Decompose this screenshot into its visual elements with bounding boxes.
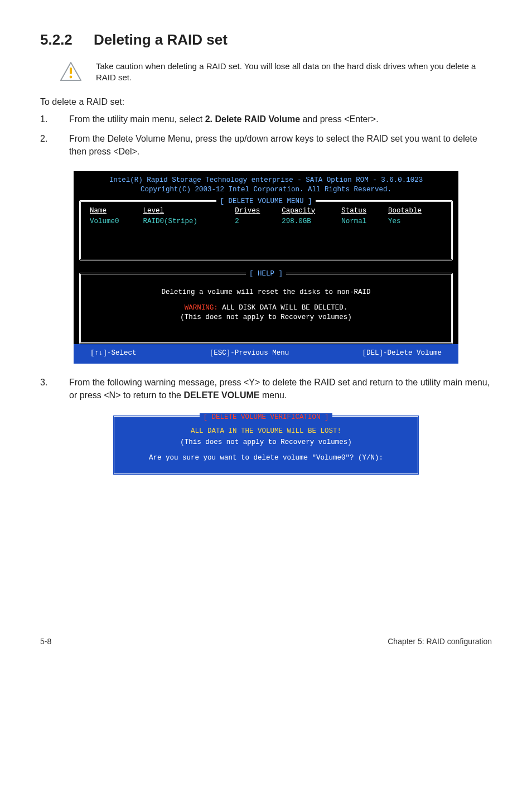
- bios-footer: [↑↓]-Select [ESC]-Previous Menu [DEL]-De…: [74, 344, 458, 364]
- bios-title-line1: Intel(R) Rapid Storage Technology enterp…: [80, 176, 452, 185]
- dialog-line2: (This does not apply to Recovery volumes…: [125, 437, 407, 448]
- bios-screenshot: Intel(R) Rapid Storage Technology enterp…: [74, 171, 458, 364]
- help-line2: WARNING: ALL DISK DATA WILL BE DELETED.: [91, 303, 441, 313]
- col-level: Level: [141, 206, 231, 216]
- step-1-pre: From the utility main menu, select: [69, 114, 205, 124]
- warning-icon: [60, 62, 81, 83]
- bios-header: Intel(R) Rapid Storage Technology enterp…: [74, 171, 458, 200]
- step-3-bold: DELETE VOLUME: [183, 390, 259, 400]
- section-number: 5.2.2: [40, 31, 94, 49]
- help-warning-rest: ALL DISK DATA WILL BE DELETED.: [222, 304, 347, 312]
- dialog-line3: Are you sure you want to delete volume "…: [125, 452, 407, 463]
- steps-list-continued: From the following warning message, pres…: [40, 376, 492, 402]
- bios-frame2-title: [ HELP ]: [246, 270, 286, 278]
- footer-delete: [DEL]-Delete Volume: [362, 349, 442, 358]
- row-bootable: Yes: [386, 217, 444, 226]
- section-title: Deleting a RAID set: [94, 31, 228, 48]
- row-name: Volume0: [88, 217, 139, 226]
- intro-text: To delete a RAID set:: [40, 97, 492, 107]
- row-status: Normal: [339, 217, 385, 226]
- svg-point-2: [70, 76, 72, 79]
- svg-rect-1: [70, 67, 72, 74]
- help-warning-prefix: WARNING:: [185, 304, 223, 312]
- bios-help-frame: [ HELP ] Deleting a volume will reset th…: [79, 273, 453, 345]
- bios-delete-volume-frame: [ DELETE VOLUME MENU ] Name Level Drives…: [79, 200, 453, 260]
- bios-title-line2: Copyright(C) 2003-12 Intel Corporation. …: [80, 185, 452, 195]
- step-1-post: and press <Enter>.: [300, 114, 379, 124]
- bios-frame1-title: [ DELETE VOLUME MENU ]: [216, 197, 315, 205]
- footer-select: [↑↓]-Select: [90, 349, 137, 358]
- col-drives: Drives: [233, 206, 278, 216]
- warning-text: Take caution when deleting a RAID set. Y…: [96, 61, 492, 84]
- step-1: From the utility main menu, select 2. De…: [40, 113, 492, 125]
- footer-previous: [ESC]-Previous Menu: [210, 349, 289, 358]
- section-heading: 5.2.2Deleting a RAID set: [40, 31, 492, 49]
- dialog-line1: ALL DATA IN THE VOLUME WILL BE LOST!: [125, 426, 407, 437]
- row-capacity: 298.0GB: [279, 217, 338, 226]
- steps-list: From the utility main menu, select 2. De…: [40, 113, 492, 158]
- table-row: Volume0 RAID0(Stripe) 2 298.0GB Normal Y…: [88, 217, 444, 226]
- col-capacity: Capacity: [279, 206, 338, 216]
- col-bootable: Bootable: [386, 206, 444, 216]
- page-footer: 5-8 Chapter 5: RAID configuration: [0, 492, 532, 663]
- step-3-post: menu.: [259, 390, 287, 400]
- step-3: From the following warning message, pres…: [40, 376, 492, 402]
- col-name: Name: [88, 206, 139, 216]
- dialog-title: [ DELETE VOLUME VERIFICATION ]: [200, 413, 332, 421]
- chapter-label: Chapter 5: RAID configuration: [388, 637, 492, 646]
- warning-note: Take caution when deleting a RAID set. Y…: [40, 59, 492, 97]
- page-number: 5-8: [40, 637, 51, 646]
- bios-confirm-dialog: [ DELETE VOLUME VERIFICATION ] ALL DATA …: [113, 415, 419, 475]
- step-1-bold: 2. Delete RAID Volume: [205, 114, 300, 124]
- row-drives: 2: [233, 217, 278, 226]
- row-level: RAID0(Stripe): [141, 217, 231, 226]
- volume-table: Name Level Drives Capacity Status Bootab…: [86, 205, 446, 228]
- help-line1: Deleting a volume will reset the disks t…: [91, 288, 441, 297]
- help-line3: (This does not apply to Recovery volumes…: [91, 313, 441, 322]
- col-status: Status: [339, 206, 385, 216]
- step-2: From the Delete Volume Menu, press the u…: [40, 132, 492, 158]
